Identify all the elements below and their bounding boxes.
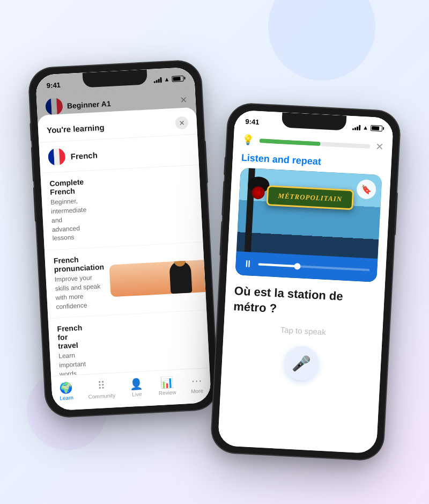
modal-title: You're learning xyxy=(47,122,105,135)
course-title: French for travel xyxy=(57,323,85,350)
review-icon: 📊 xyxy=(160,375,174,388)
community-icon: ⠿ xyxy=(97,378,106,392)
app-background: 9:41 ▲ Begi xyxy=(35,67,211,411)
right-status-time: 9:41 xyxy=(245,117,260,126)
volume-up-button[interactable] xyxy=(31,147,34,181)
course-title: Complete French xyxy=(49,177,86,196)
phones-container: 9:41 ▲ Begi xyxy=(27,21,402,483)
mic-container: 🎤 xyxy=(221,335,382,391)
nav-item-review[interactable]: 📊 Review xyxy=(158,375,176,396)
audio-scrubber-knob[interactable] xyxy=(294,262,301,269)
right-phone-screen: 9:41 ▲ 💡 xyxy=(218,109,394,454)
live-icon: 👤 xyxy=(129,376,143,390)
exercise-close-button[interactable]: ✕ xyxy=(375,141,384,153)
course-title: French pronunciation xyxy=(54,254,105,274)
modal-close-button[interactable]: ✕ xyxy=(175,116,188,129)
silent-button[interactable] xyxy=(33,187,36,222)
course-description: Improve your skills and speak with more … xyxy=(54,273,106,311)
right-signal-icon xyxy=(352,123,361,130)
nav-label-live: Live xyxy=(132,391,142,397)
nav-label-learn: Learn xyxy=(60,394,73,400)
course-text: French pronunciation Improve your skills… xyxy=(54,254,107,311)
nav-item-live[interactable]: 👤 Live xyxy=(129,376,144,397)
course-item-complete-french[interactable]: Complete French Beginner, intermediate a… xyxy=(40,165,203,250)
notch xyxy=(83,69,147,87)
power-button-r[interactable] xyxy=(394,192,398,235)
right-screen-content: 9:41 ▲ 💡 xyxy=(218,109,394,454)
nav-label-review: Review xyxy=(158,389,176,396)
power-button[interactable] xyxy=(204,140,208,183)
volume-down-button[interactable] xyxy=(29,122,32,141)
learn-icon: 🌍 xyxy=(59,380,73,393)
progress-fill xyxy=(259,138,320,146)
course-text: Complete French Beginner, intermediate a… xyxy=(49,177,88,243)
nav-label-community: Community xyxy=(88,392,115,399)
right-wifi-icon: ▲ xyxy=(363,124,369,131)
more-icon: ⋯ xyxy=(191,374,202,387)
left-phone-screen: 9:41 ▲ Begi xyxy=(35,67,211,411)
volume-down-button-r[interactable] xyxy=(224,156,226,175)
course-thumbnail-arc xyxy=(92,201,211,209)
course-thumbnail-woman xyxy=(109,257,211,297)
notch-right xyxy=(282,112,346,130)
course-modal: You're learning ✕ French xyxy=(38,107,211,411)
progress-bar xyxy=(259,138,370,149)
metro-sign: MÉTROPOLITAIN xyxy=(266,185,354,210)
nav-item-community[interactable]: ⠿ Community xyxy=(87,378,115,399)
nav-item-more[interactable]: ⋯ More xyxy=(190,374,204,394)
microphone-button[interactable]: 🎤 xyxy=(283,345,319,381)
volume-up-button-r[interactable] xyxy=(221,180,225,215)
right-battery-icon xyxy=(371,125,383,131)
audio-progress-bar[interactable] xyxy=(258,263,369,271)
nav-label-more: More xyxy=(191,388,203,394)
course-description: Beginner, intermediate and advanced less… xyxy=(50,196,88,243)
phone-right: 9:41 ▲ 💡 xyxy=(211,103,401,461)
french-sentence: Où est la station de métro ? xyxy=(224,274,385,326)
pause-button[interactable]: ⏸ xyxy=(243,258,253,269)
french-flag-icon xyxy=(48,148,66,166)
right-status-icons: ▲ xyxy=(352,123,382,132)
language-label: French xyxy=(70,150,98,160)
nav-item-learn[interactable]: 🌍 Learn xyxy=(59,380,73,400)
metro-image: MÉTROPOLITAIN 🔖 ⏸ xyxy=(235,167,382,282)
audio-progress-fill xyxy=(258,263,297,267)
microphone-icon: 🎤 xyxy=(292,354,312,372)
course-item-pronunciation[interactable]: French pronunciation Improve your skills… xyxy=(45,242,206,319)
silent-button-r[interactable] xyxy=(219,221,223,255)
bulb-icon: 💡 xyxy=(242,134,254,146)
phone-left: 9:41 ▲ Begi xyxy=(28,60,218,418)
